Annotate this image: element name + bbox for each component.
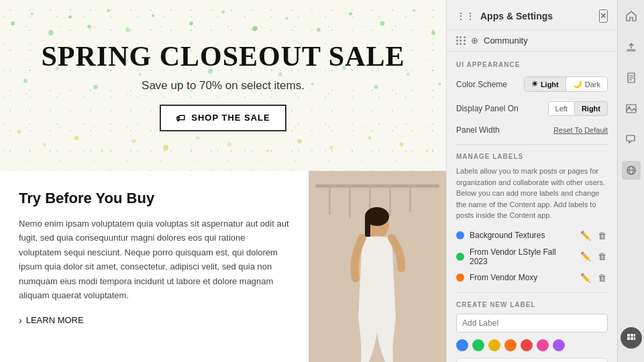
svg-point-34 (139, 73, 142, 76)
color-swatch[interactable] (504, 339, 517, 351)
color-swatch[interactable] (488, 339, 500, 351)
home-icon-button[interactable] (622, 7, 641, 25)
body-text: Nemo enim ipsam voluptatem quia voluptas… (19, 217, 290, 303)
panel-width-label: Panel Width (456, 125, 500, 135)
dark-label: Dark (585, 80, 600, 88)
create-new-label-button[interactable]: Create New Label (456, 358, 608, 363)
hero-title: SPRING CLOSEOUT SALE (41, 40, 405, 72)
label-actions: ✏️ 🗑 (579, 272, 608, 284)
label-name: From Vendor Moxy (470, 273, 574, 282)
svg-rect-63 (627, 334, 630, 337)
reset-to-default-button[interactable]: Reset To Default (553, 126, 608, 134)
edit-label-button[interactable]: ✏️ (579, 229, 592, 242)
close-panel-button[interactable]: × (599, 9, 608, 23)
document-icon-button[interactable] (622, 68, 641, 87)
svg-point-17 (17, 130, 21, 134)
svg-point-20 (101, 149, 103, 152)
svg-point-12 (317, 28, 321, 32)
svg-point-3 (68, 15, 72, 19)
delete-label-button[interactable]: 🗑 (596, 250, 608, 263)
panel-header-left: ⋮⋮ Apps & Settings (456, 11, 553, 21)
svg-point-33 (93, 85, 98, 90)
svg-point-25 (266, 149, 269, 152)
panel-width-row: Panel Width Reset To Default (456, 125, 608, 135)
light-mode-button[interactable]: Light (525, 77, 566, 91)
color-swatches (456, 339, 608, 351)
label-actions: ✏️ 🗑 (579, 229, 608, 242)
svg-rect-47 (349, 188, 351, 218)
svg-point-26 (297, 139, 302, 143)
shop-the-sale-button[interactable]: 🏷 SHOP THE SALE (160, 105, 286, 131)
label-name: Background Textures (470, 231, 574, 240)
learn-more-label: LEARN MORE (26, 315, 84, 325)
manage-labels-title: MANAGE LABELS (456, 153, 608, 160)
edit-label-button[interactable]: ✏️ (579, 272, 592, 284)
svg-point-39 (311, 82, 314, 85)
svg-point-42 (407, 73, 410, 76)
delete-label-button[interactable]: 🗑 (596, 272, 608, 284)
edge-icons-panel (617, 0, 644, 362)
left-panel-button[interactable]: Left (549, 102, 574, 115)
svg-point-43 (439, 82, 441, 85)
left-label: Left (555, 105, 568, 113)
upload-icon-button[interactable] (622, 38, 641, 56)
labels-list: Background Textures ✏️ 🗑 From Vendor LSt… (456, 229, 608, 284)
ui-appearance-title: UI APPEARANCE (456, 61, 608, 68)
svg-point-6 (125, 27, 130, 32)
color-swatch[interactable] (537, 339, 549, 351)
dark-mode-button[interactable]: Dark (566, 77, 607, 91)
panel-nav: ⊕ Community (447, 30, 617, 52)
fashion-image (309, 171, 446, 362)
image-icon-button[interactable] (622, 99, 641, 118)
sun-icon (531, 80, 538, 88)
nav-dots-icon (456, 36, 466, 45)
color-swatch[interactable] (472, 339, 484, 351)
globe-icon-button[interactable] (622, 161, 641, 180)
label-actions: ✏️ 🗑 (579, 250, 608, 263)
label-row: Background Textures ✏️ 🗑 (456, 229, 608, 242)
panel-title: Apps & Settings (480, 11, 553, 21)
svg-point-14 (380, 21, 385, 26)
community-link[interactable]: Community (484, 36, 528, 46)
svg-point-2 (48, 30, 54, 36)
svg-point-18 (43, 143, 46, 146)
chat-icon-button[interactable] (622, 130, 641, 149)
apps-menu-button[interactable] (621, 327, 642, 349)
learn-more-button[interactable]: › LEARN MORE (19, 315, 84, 326)
community-icon: ⊕ (471, 36, 478, 46)
color-swatch[interactable] (521, 339, 533, 351)
delete-label-button[interactable]: 🗑 (596, 229, 608, 242)
chevron-right-icon: › (19, 315, 22, 326)
color-swatch[interactable] (456, 339, 468, 351)
right-panel-button[interactable]: Right (574, 102, 607, 115)
create-label-title: CREATE NEW LABEL (456, 301, 608, 308)
svg-rect-65 (634, 334, 635, 337)
svg-point-19 (74, 136, 79, 141)
svg-point-27 (329, 145, 333, 149)
main-content: SPRING CLOSEOUT SALE Save up to 70% on s… (0, 0, 446, 362)
svg-rect-68 (634, 337, 635, 340)
right-panel: ⋮⋮ Apps & Settings × ⊕ Community UI APPE… (446, 0, 617, 362)
divider-2 (456, 292, 608, 293)
svg-point-41 (374, 85, 378, 89)
svg-point-5 (107, 9, 110, 12)
create-label-section: CREATE NEW LABEL Create New Label (456, 301, 608, 363)
color-swatch[interactable] (553, 339, 565, 351)
label-name: From Vendor LStyle Fall 2023 (470, 247, 574, 266)
section-heading: Try Before You Buy (19, 190, 290, 207)
svg-point-38 (278, 72, 282, 76)
add-label-input[interactable] (456, 314, 608, 333)
right-label: Right (582, 105, 600, 113)
fashion-figure-svg (309, 171, 446, 362)
svg-point-15 (413, 9, 416, 12)
svg-point-1 (31, 13, 34, 15)
hero-subtitle: Save up to 70% on select items. (142, 79, 305, 93)
label-row: From Vendor LStyle Fall 2023 ✏️ 🗑 (456, 247, 608, 266)
svg-rect-45 (315, 184, 439, 188)
svg-point-24 (227, 143, 231, 147)
svg-point-8 (189, 21, 193, 25)
display-panel-label: Display Panel On (456, 104, 519, 113)
svg-point-22 (163, 145, 168, 150)
svg-point-16 (431, 31, 435, 35)
edit-label-button[interactable]: ✏️ (579, 250, 592, 263)
